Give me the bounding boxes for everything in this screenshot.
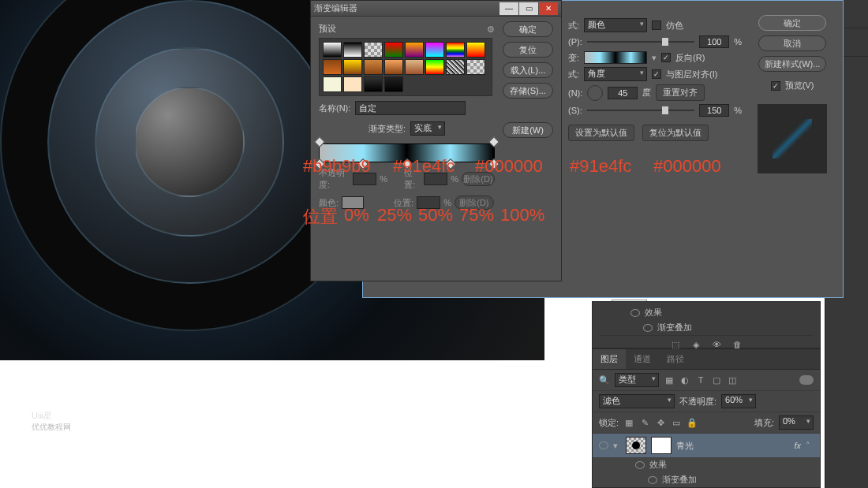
- new-button[interactable]: 新建(W): [503, 122, 553, 138]
- chevron-up-icon[interactable]: ˄: [806, 441, 814, 451]
- maximize-button[interactable]: ▭: [519, 2, 538, 15]
- watermark-sub: 优优教程网: [32, 422, 71, 433]
- fx-icon[interactable]: ◈: [690, 339, 702, 350]
- annotation-color: #91e4fc: [570, 156, 631, 177]
- gradient-overlay-label: 渐变叠加: [657, 322, 692, 333]
- visibility-icon[interactable]: [630, 309, 640, 317]
- preset-swatch[interactable]: [364, 42, 383, 58]
- fx-badge[interactable]: fx: [794, 441, 801, 450]
- preset-swatch[interactable]: [446, 59, 465, 75]
- visibility-icon[interactable]: 👁: [711, 339, 722, 350]
- load-button[interactable]: 载入(L)...: [503, 62, 553, 78]
- preset-swatch[interactable]: [466, 59, 485, 75]
- close-button[interactable]: ✕: [539, 2, 558, 15]
- reset-align-button[interactable]: 重置对齐: [656, 84, 705, 101]
- filter-type-icon[interactable]: T: [695, 374, 706, 386]
- reset-button[interactable]: 复位: [503, 42, 553, 58]
- lock-all-icon[interactable]: 🔒: [687, 417, 698, 428]
- titlebar[interactable]: 渐变编辑器 — ▭ ✕: [311, 1, 561, 17]
- opacity-dropdown[interactable]: 60%: [721, 394, 756, 408]
- visibility-icon[interactable]: [648, 476, 657, 484]
- filter-pixel-icon[interactable]: ▦: [664, 374, 675, 386]
- filter-type-dropdown[interactable]: 类型: [615, 373, 659, 387]
- opacity-input[interactable]: [699, 35, 729, 48]
- dither-checkbox[interactable]: [652, 20, 661, 30]
- filter-adjust-icon[interactable]: ◐: [679, 374, 690, 386]
- opacity-stop[interactable]: [314, 136, 325, 147]
- annotation-position-label: 位置: [303, 205, 338, 229]
- trash-icon[interactable]: 🗑: [731, 339, 743, 350]
- reverse-checkbox[interactable]: ✓: [661, 53, 671, 62]
- preset-swatch[interactable]: [323, 76, 342, 92]
- set-default-button[interactable]: 设置为默认值: [568, 125, 634, 141]
- link-icon[interactable]: ⬚: [670, 339, 681, 350]
- preset-swatch[interactable]: [405, 42, 424, 58]
- filter-smart-icon[interactable]: ◫: [727, 374, 738, 386]
- preset-swatch[interactable]: [405, 59, 424, 75]
- gradient-preview-swatch[interactable]: [584, 51, 647, 64]
- preset-swatch[interactable]: [384, 59, 403, 75]
- filter-toggle[interactable]: [799, 375, 814, 385]
- lock-paint-icon[interactable]: ✎: [639, 417, 650, 428]
- preset-swatch[interactable]: [384, 76, 403, 92]
- scale-input[interactable]: [699, 104, 729, 117]
- scale-label: (S):: [568, 106, 582, 115]
- preset-swatch[interactable]: [343, 42, 362, 58]
- angle-input[interactable]: [608, 87, 638, 99]
- visibility-icon[interactable]: [635, 461, 645, 469]
- preset-swatch[interactable]: [364, 76, 383, 92]
- effects-label: 效果: [645, 307, 662, 319]
- chevron-down-icon[interactable]: ▾: [613, 441, 621, 451]
- reset-default-button[interactable]: 复位为默认值: [642, 125, 709, 141]
- lock-transparency-icon[interactable]: ▦: [623, 417, 634, 428]
- reverse-label: 反向(R): [675, 52, 705, 64]
- lock-position-icon[interactable]: ✥: [655, 417, 666, 428]
- fill-dropdown[interactable]: 0%: [779, 415, 814, 430]
- save-button[interactable]: 存储(S)...: [503, 83, 553, 99]
- visibility-icon[interactable]: [599, 441, 608, 449]
- style-label: 式:: [568, 69, 579, 80]
- style-dropdown[interactable]: 角度: [584, 67, 647, 81]
- filter-shape-icon[interactable]: ▢: [711, 374, 722, 386]
- mask-thumb[interactable]: [651, 437, 672, 454]
- annotation-color: #000000: [653, 156, 721, 177]
- percent-label: %: [380, 174, 387, 184]
- blend-mode-dropdown[interactable]: 颜色: [584, 18, 647, 32]
- preset-swatch[interactable]: [425, 42, 444, 58]
- preset-swatch[interactable]: [323, 59, 342, 75]
- preset-swatch[interactable]: [323, 42, 342, 58]
- preset-swatch[interactable]: [364, 59, 383, 75]
- cancel-button[interactable]: 取消: [758, 35, 826, 51]
- scale-slider[interactable]: [587, 110, 694, 111]
- ok-button[interactable]: 确定: [503, 21, 553, 37]
- opacity-slider[interactable]: [587, 41, 694, 43]
- preset-swatch[interactable]: [343, 59, 362, 75]
- watermark-main: Uiii星: [32, 410, 71, 422]
- preset-swatch[interactable]: [425, 59, 444, 75]
- ok-button[interactable]: 确定: [758, 15, 826, 31]
- dialog-title: 渐变编辑器: [314, 2, 357, 14]
- new-style-button[interactable]: 新建样式(W)...: [758, 56, 826, 72]
- name-input[interactable]: [355, 101, 466, 115]
- lock-artboard-icon[interactable]: ▭: [671, 417, 682, 428]
- minimize-button[interactable]: —: [499, 2, 518, 15]
- align-checkbox[interactable]: ✓: [652, 69, 661, 79]
- visibility-icon[interactable]: [643, 324, 653, 332]
- chevron-down-icon[interactable]: ▾: [652, 53, 657, 63]
- preset-swatch[interactable]: [384, 42, 403, 58]
- angle-dial[interactable]: [587, 85, 603, 101]
- preset-swatch[interactable]: [466, 42, 485, 58]
- preset-swatch[interactable]: [343, 76, 362, 92]
- gear-icon[interactable]: ⚙: [487, 24, 495, 35]
- opacity-label: (P):: [568, 37, 582, 47]
- blend-mode-dropdown[interactable]: 滤色: [599, 394, 675, 408]
- fill-label: 填充:: [754, 417, 774, 429]
- preview-checkbox[interactable]: ✓: [771, 81, 780, 91]
- opacity-stop[interactable]: [488, 136, 499, 147]
- gradient-type-dropdown[interactable]: 实底: [410, 121, 445, 136]
- gradient-overlay-label: 渐变叠加: [662, 474, 697, 486]
- layer-name: 青光: [676, 440, 694, 452]
- layer-thumb[interactable]: [626, 437, 646, 454]
- layer-row[interactable]: ▾ 青光 fx ˄: [593, 434, 820, 457]
- preset-swatch[interactable]: [446, 42, 465, 58]
